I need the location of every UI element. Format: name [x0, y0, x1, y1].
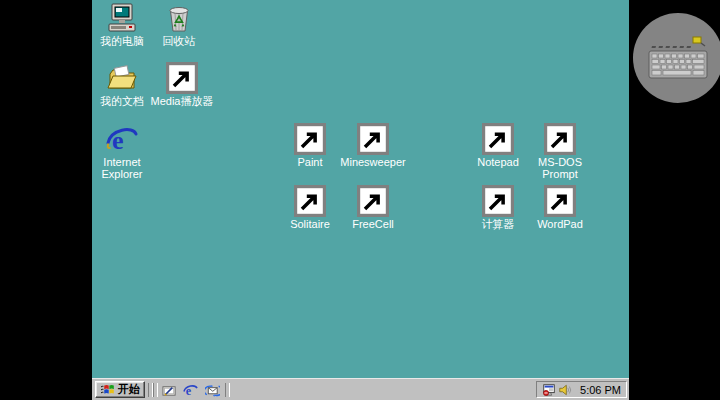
desktop-icon-minesweeper[interactable]: Minesweeper: [337, 123, 409, 168]
shortcut-arrow-icon: [357, 185, 389, 217]
volume-tray-icon[interactable]: [558, 383, 572, 397]
quick-launch-handle[interactable]: [153, 383, 158, 397]
minesweeper-icon: [357, 123, 389, 155]
desktop-icon-media-player[interactable]: 321 Media播放器: [146, 62, 218, 107]
desktop-icon-label: 我的电脑: [100, 35, 144, 47]
desktop-icon-label: FreeCell: [352, 218, 394, 230]
shortcut-arrow-icon: [482, 123, 514, 155]
desktop-icon-label: Paint: [297, 156, 322, 168]
outlook-express-icon: [205, 383, 220, 398]
desktop-icon-label: 我的文档: [100, 95, 144, 107]
quick-launch-ie-button[interactable]: e: [181, 382, 199, 398]
desktop-icon-label: Notepad: [477, 156, 519, 168]
desktop-icon-label: 回收站: [163, 35, 196, 47]
internet-explorer-icon: e: [106, 123, 138, 155]
my-documents-icon: [106, 62, 138, 94]
virtual-keyboard-button[interactable]: [633, 13, 720, 103]
freecell-icon: [357, 185, 389, 217]
solitaire-icon: [294, 185, 326, 217]
desktop-icon-freecell[interactable]: FreeCell: [337, 185, 409, 230]
shortcut-arrow-icon: [166, 62, 198, 94]
desktop-icon-label: MS-DOS Prompt: [524, 156, 596, 180]
desktop-icon-wordpad[interactable]: WordPad: [524, 185, 596, 230]
system-tray: 5:06 PM: [536, 381, 627, 398]
desktop-icon-label: Internet Explorer: [86, 156, 158, 180]
shortcut-arrow-icon: [544, 123, 576, 155]
shortcut-arrow-icon: [294, 185, 326, 217]
start-button[interactable]: 开始: [95, 381, 145, 398]
show-desktop-button[interactable]: [160, 382, 178, 398]
taskbar: 开始 e: [92, 378, 629, 400]
desktop-icon-internet-explorer[interactable]: e Internet Explorer: [86, 123, 158, 180]
desktop-icon-label: 计算器: [482, 218, 515, 230]
desktop-icon-label: Minesweeper: [340, 156, 405, 168]
paint-icon: [294, 123, 326, 155]
internet-explorer-small-icon: e: [183, 383, 198, 398]
keyboard-icon: [646, 34, 710, 82]
desktop-icon-solitaire[interactable]: Solitaire: [274, 185, 346, 230]
desktop-icon-paint[interactable]: Paint: [274, 123, 346, 168]
ms-dos-icon: MS S: [544, 123, 576, 155]
windows-logo-icon: [100, 383, 115, 396]
calculator-icon: [482, 185, 514, 217]
emulator-stage: 我的电脑 回收站: [0, 0, 720, 400]
desktop-icon-ms-dos-prompt[interactable]: MS S MS-DOS Prompt: [524, 123, 596, 180]
taskbar-divider: [225, 383, 230, 397]
shortcut-arrow-icon: [294, 123, 326, 155]
show-desktop-icon: [162, 383, 177, 398]
media-player-icon: 321: [166, 62, 198, 94]
my-computer-icon: [106, 2, 138, 34]
shortcut-arrow-icon: [357, 123, 389, 155]
recycle-bin-icon: [163, 2, 195, 34]
start-button-label: 开始: [118, 382, 140, 397]
desktop-icon-label: WordPad: [537, 218, 583, 230]
shortcut-arrow-icon: [482, 185, 514, 217]
display-settings-tray-icon[interactable]: [542, 383, 556, 397]
desktop-icon-recycle-bin[interactable]: 回收站: [143, 2, 215, 47]
quick-launch-outlook-button[interactable]: [203, 382, 221, 398]
desktop-icon-label: Media播放器: [151, 95, 214, 107]
wordpad-icon: [544, 185, 576, 217]
notepad-icon: [482, 123, 514, 155]
taskbar-clock[interactable]: 5:06 PM: [580, 384, 621, 396]
windows-desktop: 我的电脑 回收站: [92, 0, 629, 400]
shortcut-arrow-icon: [544, 185, 576, 217]
desktop-icon-label: Solitaire: [290, 218, 330, 230]
